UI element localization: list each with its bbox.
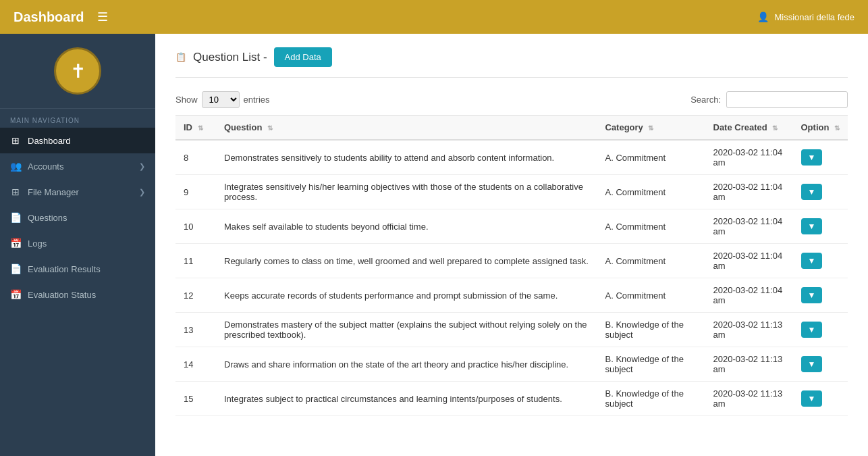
sidebar-item-evaluation-status[interactable]: 📅 Evaluation Status <box>0 282 155 307</box>
file-manager-icon: ⊞ <box>10 186 21 197</box>
cell-option: ▼ <box>793 140 848 175</box>
table-row: 12 Keeps accurate records of students pe… <box>175 278 848 313</box>
questions-icon: 📄 <box>10 212 21 223</box>
entries-select[interactable]: 10 25 50 100 <box>202 91 240 108</box>
cell-option: ▼ <box>793 313 848 347</box>
cell-option: ▼ <box>793 175 848 209</box>
row-dropdown-button[interactable]: ▼ <box>801 356 823 372</box>
cell-date: 2020-03-02 11:13 am <box>705 382 793 416</box>
user-icon: 👤 <box>757 11 769 22</box>
sidebar-label-logs: Logs <box>28 238 47 249</box>
show-entries-area: Show 10 25 50 100 entries <box>175 91 270 108</box>
row-dropdown-button[interactable]: ▼ <box>801 184 823 200</box>
sort-icon-date: ⇅ <box>772 124 778 132</box>
cell-option: ▼ <box>793 382 848 416</box>
search-input[interactable] <box>726 91 848 108</box>
dashboard-icon: ⊞ <box>10 135 21 146</box>
main-layout: ✝ MAIN NAVIGATION ⊞ Dashboard 👥 Accounts… <box>0 34 868 456</box>
cell-category: A. Commitment <box>597 175 705 209</box>
username-label: Missionari della fede <box>774 12 855 22</box>
cell-date: 2020-03-02 11:13 am <box>705 347 793 382</box>
table-row: 13 Demonstrates mastery of the subject m… <box>175 313 848 347</box>
show-label: Show <box>175 95 198 105</box>
cell-option: ▼ <box>793 244 848 278</box>
sidebar-item-questions[interactable]: 📄 Questions <box>0 205 155 230</box>
logs-icon: 📅 <box>10 238 21 249</box>
col-header-date[interactable]: Date Created ⇅ <box>705 116 793 141</box>
sort-icon-question: ⇅ <box>267 124 273 132</box>
row-dropdown-button[interactable]: ▼ <box>801 390 823 407</box>
search-area: Search: <box>690 91 848 108</box>
row-dropdown-button[interactable]: ▼ <box>801 218 823 234</box>
row-dropdown-button[interactable]: ▼ <box>801 253 823 269</box>
sidebar-item-evaluation-results[interactable]: 📄 Evaluation Results <box>0 256 155 282</box>
cell-question: Draws and share information on the state… <box>216 347 597 382</box>
cell-date: 2020-03-02 11:04 am <box>705 140 793 175</box>
entries-label: entries <box>244 95 270 105</box>
cell-id: 8 <box>175 140 216 175</box>
logo-circle: ✝ <box>54 47 101 95</box>
cell-category: A. Commitment <box>597 278 705 313</box>
cell-category: B. Knowledge of the subject <box>597 347 705 382</box>
cell-category: A. Commitment <box>597 209 705 244</box>
cell-date: 2020-03-02 11:04 am <box>705 209 793 244</box>
col-header-option[interactable]: Option ⇅ <box>793 116 848 141</box>
table-row: 15 Integrates subject to practical circu… <box>175 382 848 416</box>
table-header-row: ID ⇅ Question ⇅ Category ⇅ Date Created … <box>175 116 848 141</box>
add-data-button[interactable]: Add Data <box>274 47 332 67</box>
cell-question: Demonstrates mastery of the subject matt… <box>216 313 597 347</box>
cell-date: 2020-03-02 11:13 am <box>705 313 793 347</box>
cell-id: 9 <box>175 175 216 209</box>
cell-category: B. Knowledge of the subject <box>597 382 705 416</box>
cell-category: A. Commitment <box>597 244 705 278</box>
col-header-question[interactable]: Question ⇅ <box>216 116 597 141</box>
cell-date: 2020-03-02 11:04 am <box>705 244 793 278</box>
cell-question: Regularly comes to class on time, well g… <box>216 244 597 278</box>
row-dropdown-button[interactable]: ▼ <box>801 149 823 166</box>
accounts-icon: 👥 <box>10 161 21 172</box>
cell-category: A. Commitment <box>597 140 705 175</box>
sidebar-label-eval-results: Evaluation Results <box>28 264 101 274</box>
header-user-area: 👤 Missionari della fede <box>757 11 855 22</box>
sidebar-label-file-manager: File Manager <box>28 187 79 197</box>
eval-status-icon: 📅 <box>10 289 21 300</box>
row-dropdown-button[interactable]: ▼ <box>801 287 823 303</box>
row-dropdown-button[interactable]: ▼ <box>801 322 823 338</box>
sidebar: ✝ MAIN NAVIGATION ⊞ Dashboard 👥 Accounts… <box>0 34 155 456</box>
sidebar-item-file-manager[interactable]: ⊞ File Manager ❯ <box>0 179 155 205</box>
page-title: Question List - <box>193 51 267 64</box>
cell-date: 2020-03-02 11:04 am <box>705 175 793 209</box>
table-row: 8 Demonstrates sensitively to students a… <box>175 140 848 175</box>
cell-question: Keeps accurate records of students perfo… <box>216 278 597 313</box>
app-title: Dashboard <box>13 9 84 25</box>
cell-question: Demonstrates sensitively to students abi… <box>216 140 597 175</box>
col-header-id[interactable]: ID ⇅ <box>175 116 216 141</box>
main-content: 📋 Question List - Add Data Show 10 25 50… <box>155 34 868 456</box>
file-manager-arrow-icon: ❯ <box>139 188 145 197</box>
cell-question: Integrates sensitively his/her learning … <box>216 175 597 209</box>
table-row: 14 Draws and share information on the st… <box>175 347 848 382</box>
hamburger-icon[interactable]: ☰ <box>97 9 108 24</box>
cell-id: 13 <box>175 313 216 347</box>
cell-id: 10 <box>175 209 216 244</box>
cell-category: B. Knowledge of the subject <box>597 313 705 347</box>
sidebar-item-logs[interactable]: 📅 Logs <box>0 230 155 256</box>
cell-option: ▼ <box>793 278 848 313</box>
cell-id: 14 <box>175 347 216 382</box>
sidebar-item-dashboard[interactable]: ⊞ Dashboard <box>0 128 155 153</box>
cell-question: Integrates subject to practical circumst… <box>216 382 597 416</box>
sidebar-item-accounts[interactable]: 👥 Accounts ❯ <box>0 153 155 179</box>
questions-table: ID ⇅ Question ⇅ Category ⇅ Date Created … <box>175 115 848 416</box>
page-title-area: 📋 Question List - Add Data <box>175 47 848 78</box>
col-header-category[interactable]: Category ⇅ <box>597 116 705 141</box>
table-controls: Show 10 25 50 100 entries Search: <box>175 91 848 108</box>
cell-id: 11 <box>175 244 216 278</box>
sidebar-logo: ✝ <box>0 34 155 109</box>
page-title-icon: 📋 <box>175 52 186 62</box>
sidebar-label-eval-status: Evaluation Status <box>28 290 96 300</box>
sort-icon-category: ⇅ <box>648 124 653 132</box>
sidebar-label-questions: Questions <box>28 213 67 223</box>
sidebar-label-accounts: Accounts <box>28 161 63 172</box>
cell-id: 15 <box>175 382 216 416</box>
top-header: Dashboard ☰ 👤 Missionari della fede <box>0 0 868 34</box>
